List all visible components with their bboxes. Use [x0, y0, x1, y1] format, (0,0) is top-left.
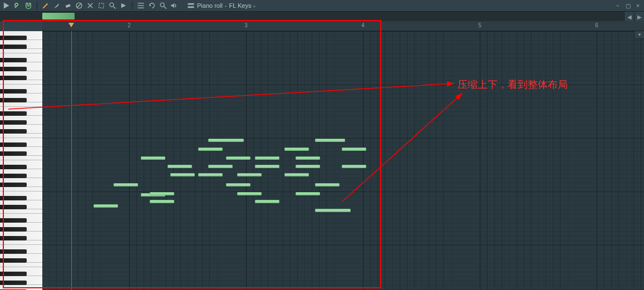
midi-note[interactable]: [168, 165, 192, 168]
piano-keyboard[interactable]: [0, 31, 42, 290]
grid-icon[interactable]: [137, 2, 145, 9]
scroll-down-button[interactable]: ▼: [635, 31, 644, 39]
breadcrumb-arrow-icon[interactable]: ▸: [253, 3, 256, 9]
midi-note[interactable]: [237, 192, 262, 195]
main-area: ▲ ▼: [0, 31, 644, 290]
playback-icon[interactable]: [120, 2, 127, 9]
bar-number: 2: [127, 22, 131, 28]
midi-note[interactable]: [226, 156, 250, 160]
midi-note[interactable]: [226, 183, 250, 186]
midi-note[interactable]: [255, 200, 279, 203]
midi-note[interactable]: [150, 200, 174, 203]
black-key[interactable]: [0, 236, 27, 240]
speaker-icon[interactable]: [170, 2, 178, 9]
black-key[interactable]: [0, 174, 27, 178]
mute-icon[interactable]: [75, 2, 83, 9]
midi-note[interactable]: [284, 173, 309, 176]
magnet-icon[interactable]: [24, 2, 32, 9]
overview-track[interactable]: [42, 12, 644, 21]
black-key[interactable]: [0, 98, 27, 102]
zoom-icon[interactable]: [109, 2, 116, 9]
minimize-button[interactable]: −: [614, 2, 622, 9]
white-key[interactable]: [0, 134, 42, 138]
midi-note[interactable]: [284, 148, 309, 151]
rowline: [42, 45, 644, 45]
midi-note[interactable]: [342, 165, 366, 168]
black-key[interactable]: [0, 227, 27, 232]
rowline: [42, 174, 644, 174]
divider: [132, 2, 132, 9]
wrench-icon[interactable]: [13, 2, 21, 9]
white-key[interactable]: [0, 209, 42, 214]
midi-note[interactable]: [114, 183, 138, 186]
black-key[interactable]: [0, 151, 27, 156]
select-icon[interactable]: [97, 2, 105, 9]
midi-note[interactable]: [296, 192, 320, 195]
black-key[interactable]: [0, 89, 27, 94]
midi-note[interactable]: [296, 165, 320, 168]
brush-icon[interactable]: [53, 2, 61, 9]
midi-note[interactable]: [208, 165, 233, 168]
midi-note[interactable]: [170, 173, 195, 176]
black-key[interactable]: [0, 120, 27, 125]
white-key[interactable]: [0, 49, 42, 53]
white-key[interactable]: [0, 240, 42, 245]
midi-note[interactable]: [342, 148, 366, 151]
black-key[interactable]: [0, 249, 27, 254]
black-key[interactable]: [0, 36, 27, 40]
midi-note[interactable]: [141, 156, 165, 160]
midi-note[interactable]: [255, 165, 279, 168]
close-button[interactable]: ×: [634, 2, 642, 9]
ruler-track[interactable]: 23456: [42, 21, 644, 31]
midi-note[interactable]: [198, 148, 223, 151]
black-key[interactable]: [0, 165, 27, 169]
ruler-corner: [0, 21, 42, 31]
dropdown-icon[interactable]: [187, 2, 195, 9]
white-key[interactable]: [0, 187, 42, 191]
vertical-scroll: ▲ ▼: [635, 31, 644, 39]
playhead-marker-icon[interactable]: [68, 23, 74, 28]
maximize-button[interactable]: ▢: [624, 2, 632, 9]
white-key[interactable]: [0, 80, 42, 85]
note-grid[interactable]: [42, 31, 644, 290]
black-key[interactable]: [0, 45, 27, 49]
midi-note[interactable]: [296, 156, 320, 160]
black-key[interactable]: [0, 142, 27, 147]
white-key[interactable]: [0, 102, 42, 107]
midi-note[interactable]: [94, 204, 118, 208]
overview-handle[interactable]: [42, 13, 75, 19]
bar-number: 5: [478, 22, 481, 28]
cut-icon[interactable]: [86, 2, 94, 9]
midi-note[interactable]: [150, 192, 174, 195]
black-key[interactable]: [0, 272, 27, 276]
white-key[interactable]: [0, 156, 42, 160]
white-key[interactable]: [0, 263, 42, 267]
midi-note[interactable]: [208, 139, 244, 142]
svg-marker-16: [171, 3, 174, 8]
nav-left-button[interactable]: ◀: [624, 12, 634, 22]
midi-note[interactable]: [255, 156, 279, 160]
eraser-icon[interactable]: [64, 2, 72, 9]
black-key[interactable]: [0, 258, 27, 263]
black-key[interactable]: [0, 205, 27, 209]
midi-note[interactable]: [237, 173, 262, 176]
midi-note[interactable]: [315, 183, 340, 186]
midi-note[interactable]: [315, 209, 351, 212]
black-key[interactable]: [0, 76, 27, 80]
midi-note[interactable]: [315, 139, 345, 142]
black-key[interactable]: [0, 111, 27, 116]
play-icon[interactable]: [2, 2, 10, 9]
black-key[interactable]: [0, 129, 27, 134]
black-key[interactable]: [0, 58, 27, 62]
rowline: [42, 200, 644, 201]
refresh-icon[interactable]: [148, 2, 156, 9]
black-key[interactable]: [0, 67, 27, 71]
black-key[interactable]: [0, 196, 27, 200]
zoom-tool-icon[interactable]: [159, 2, 167, 9]
nav-right-button[interactable]: ▶: [634, 12, 644, 22]
black-key[interactable]: [0, 218, 27, 223]
midi-note[interactable]: [198, 173, 223, 176]
pencil-icon[interactable]: [42, 2, 50, 9]
black-key[interactable]: [0, 183, 27, 187]
black-key[interactable]: [0, 281, 27, 285]
